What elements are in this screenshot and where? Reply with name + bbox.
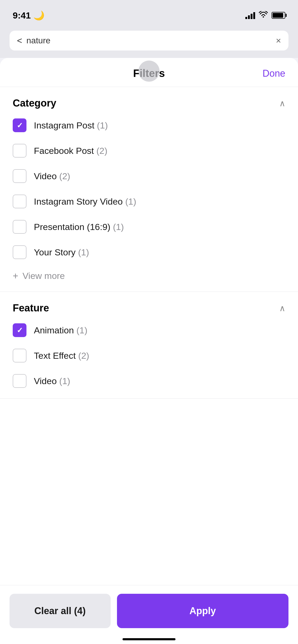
category-item-instagram-story-video[interactable]: Instagram Story Video (1) bbox=[13, 195, 285, 208]
sheet-header: Filters Done bbox=[0, 58, 298, 87]
feature-label-video: Video (1) bbox=[34, 376, 70, 386]
home-indicator bbox=[123, 638, 175, 640]
category-label-instagram-story-video: Instagram Story Video (1) bbox=[34, 196, 136, 207]
search-input-container[interactable]: < nature × bbox=[10, 31, 288, 50]
feature-item-animation[interactable]: Animation (1) bbox=[13, 323, 285, 337]
category-checkbox-instagram-story-video[interactable] bbox=[13, 195, 26, 208]
apply-button[interactable]: Apply bbox=[117, 594, 288, 628]
feature-section: Feature ∧ Animation (1) Text Effect (2) … bbox=[0, 292, 298, 399]
feature-section-title: Feature bbox=[13, 302, 49, 314]
bottom-actions: Clear all (4) Apply bbox=[0, 585, 298, 644]
category-checkbox-facebook-post[interactable] bbox=[13, 144, 26, 158]
feature-chevron-icon[interactable]: ∧ bbox=[279, 303, 285, 313]
feature-label-animation: Animation (1) bbox=[34, 325, 87, 335]
category-section: Category ∧ Instagram Post (1) Facebook P… bbox=[0, 87, 298, 292]
signal-bar-1 bbox=[245, 17, 247, 19]
category-label-video: Video (2) bbox=[34, 171, 70, 181]
status-time: 9:41 bbox=[13, 10, 31, 21]
view-more-label: View more bbox=[22, 271, 65, 281]
category-label-facebook-post: Facebook Post (2) bbox=[34, 146, 107, 156]
feature-section-header: Feature ∧ bbox=[13, 302, 285, 314]
wifi-icon bbox=[259, 11, 268, 20]
status-icons bbox=[245, 11, 285, 20]
category-label-your-story: Your Story (1) bbox=[34, 247, 89, 257]
category-section-title: Category bbox=[13, 98, 56, 109]
status-time-container: 9:41 🌙 bbox=[13, 10, 44, 21]
feature-label-text-effect: Text Effect (2) bbox=[34, 351, 89, 361]
category-item-facebook-post[interactable]: Facebook Post (2) bbox=[13, 144, 285, 158]
search-query: nature bbox=[26, 36, 272, 45]
battery-icon bbox=[272, 12, 285, 19]
feature-item-video[interactable]: Video (1) bbox=[13, 374, 285, 388]
feature-item-text-effect[interactable]: Text Effect (2) bbox=[13, 349, 285, 362]
category-label-presentation: Presentation (16:9) (1) bbox=[34, 222, 124, 232]
signal-bar-4 bbox=[253, 12, 255, 19]
status-bar: 9:41 🌙 bbox=[0, 0, 298, 25]
category-section-header: Category ∧ bbox=[13, 98, 285, 109]
category-item-your-story[interactable]: Your Story (1) bbox=[13, 245, 285, 259]
plus-icon: + bbox=[13, 271, 18, 281]
search-clear-button[interactable]: × bbox=[276, 35, 281, 46]
drag-handle-circle bbox=[138, 61, 160, 82]
category-checkbox-presentation[interactable] bbox=[13, 220, 26, 234]
view-more-button[interactable]: + View more bbox=[13, 271, 285, 281]
category-label-instagram-post: Instagram Post (1) bbox=[34, 120, 108, 131]
category-item-presentation[interactable]: Presentation (16:9) (1) bbox=[13, 220, 285, 234]
category-checkbox-instagram-post[interactable] bbox=[13, 118, 26, 132]
moon-icon: 🌙 bbox=[33, 10, 44, 21]
clear-all-button[interactable]: Clear all (4) bbox=[10, 594, 111, 628]
signal-bar-2 bbox=[248, 15, 250, 19]
category-item-instagram-post[interactable]: Instagram Post (1) bbox=[13, 118, 285, 132]
feature-checkbox-animation[interactable] bbox=[13, 323, 26, 337]
bottom-spacer bbox=[0, 399, 298, 467]
search-bar: < nature × bbox=[0, 25, 298, 58]
category-item-video[interactable]: Video (2) bbox=[13, 169, 285, 183]
filter-sheet: Filters Done Category ∧ Instagram Post (… bbox=[0, 58, 298, 640]
feature-checkbox-video[interactable] bbox=[13, 374, 26, 388]
done-button[interactable]: Done bbox=[263, 68, 285, 79]
signal-bar-3 bbox=[251, 14, 252, 19]
svg-point-0 bbox=[263, 16, 264, 17]
signal-bars-icon bbox=[245, 12, 255, 19]
feature-checkbox-text-effect[interactable] bbox=[13, 349, 26, 362]
back-button[interactable]: < bbox=[17, 35, 22, 46]
battery-fill bbox=[273, 13, 283, 18]
category-chevron-icon[interactable]: ∧ bbox=[279, 98, 285, 108]
category-checkbox-video[interactable] bbox=[13, 169, 26, 183]
category-checkbox-your-story[interactable] bbox=[13, 245, 26, 259]
